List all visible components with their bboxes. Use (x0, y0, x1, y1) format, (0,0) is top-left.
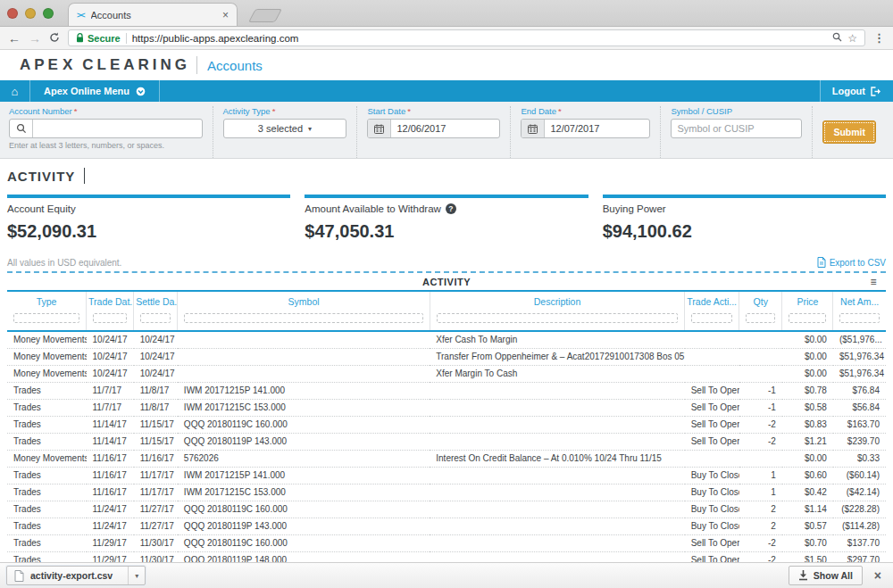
table-cell: 11/8/17 (134, 382, 178, 399)
logout-button[interactable]: Logout (820, 80, 893, 102)
column-filter-input[interactable] (140, 313, 171, 323)
window-minimize-button[interactable] (25, 8, 36, 19)
table-cell (685, 331, 739, 348)
table-cell (739, 331, 782, 348)
help-question-icon[interactable]: ? (446, 203, 456, 214)
refresh-icon[interactable] (49, 32, 60, 45)
symbol-cusip-label: Symbol / CUSIP (671, 106, 802, 116)
end-date-input[interactable] (545, 123, 649, 134)
site-header: APEXCLEARING Accounts (0, 50, 893, 80)
address-bar[interactable]: Secure https://public-apps.apexclearing.… (68, 29, 865, 46)
zoom-search-icon[interactable] (832, 32, 842, 44)
buying-power-label: Buying Power (603, 203, 886, 214)
column-header[interactable]: Price (782, 292, 833, 308)
table-row[interactable]: Money Movements11/16/1711/16/175762026In… (7, 450, 886, 467)
browser-tab[interactable]: >< Accounts × (68, 3, 238, 26)
shelf-close-icon[interactable]: × (874, 568, 881, 583)
table-cell: $0.70 (782, 534, 833, 551)
apex-online-menu-button[interactable]: Apex Online Menu (30, 80, 160, 102)
column-filter-input[interactable] (184, 313, 422, 323)
column-filter-input[interactable] (691, 313, 732, 323)
account-equity-label: Account Equity (7, 203, 290, 214)
column-filter-cell (685, 308, 739, 331)
download-options-caret[interactable]: ▾ (128, 567, 145, 584)
export-to-csv-link[interactable]: Export to CSV (817, 257, 886, 268)
table-row[interactable]: Trades11/24/1711/27/17QQQ 20180119P 143.… (7, 518, 886, 534)
required-asterisk: * (407, 106, 411, 116)
secure-badge[interactable]: Secure (76, 33, 121, 44)
table-cell: $0.00 (782, 450, 833, 467)
window-close-button[interactable] (7, 8, 18, 19)
account-equity-card: Account Equity $52,090.31 (7, 195, 290, 242)
column-filter-input[interactable] (839, 313, 880, 323)
table-row[interactable]: Trades11/14/1711/15/17QQQ 20180119P 143.… (7, 433, 886, 450)
column-filter-row (7, 308, 886, 331)
column-filter-input[interactable] (13, 313, 79, 323)
table-row[interactable]: Money Movements10/24/1710/24/17Xfer Marg… (7, 365, 886, 382)
column-header[interactable]: Description (430, 292, 684, 308)
table-row[interactable]: Trades11/16/1711/17/17IWM 20171215C 153.… (7, 484, 886, 501)
table-row[interactable]: Trades11/29/1711/30/17QQQ 20180119C 160.… (7, 534, 886, 551)
table-cell: $0.00 (782, 365, 833, 382)
table-row[interactable]: Money Movements10/24/1710/24/17Xfer Cash… (7, 331, 886, 348)
column-header[interactable]: Qty (739, 292, 782, 308)
show-all-button[interactable]: Show All (789, 566, 863, 585)
chevron-down-icon: ▾ (308, 125, 312, 133)
page-title: Accounts (207, 58, 263, 73)
symbol-cusip-input[interactable] (672, 123, 801, 134)
activity-type-dropdown[interactable]: 3 selected ▾ (223, 119, 347, 138)
new-tab-button[interactable] (248, 9, 282, 22)
column-header[interactable]: Trade Acti... (685, 292, 739, 308)
column-header[interactable]: Net Am... (833, 292, 886, 308)
column-header[interactable]: Trade Dat... (87, 292, 134, 308)
column-filter-input[interactable] (437, 313, 678, 323)
column-header[interactable]: Symbol (178, 292, 430, 308)
activity-panel-title: ACTIVITY (422, 277, 471, 287)
table-cell: Money Movements (7, 450, 87, 467)
browser-menu-icon[interactable]: ⋮ (873, 31, 885, 45)
lock-icon (76, 33, 84, 43)
calendar-icon[interactable] (368, 120, 391, 137)
table-row[interactable]: Trades11/7/1711/8/17IWM 20171215P 141.00… (7, 382, 886, 399)
table-cell (430, 467, 684, 484)
forward-icon: → (29, 32, 41, 45)
column-header[interactable]: Settle Da... (134, 292, 178, 308)
table-cell: -2 (739, 416, 782, 433)
column-filter-input[interactable] (746, 313, 775, 323)
account-number-input[interactable] (33, 123, 202, 134)
home-icon[interactable]: ⌂ (0, 80, 30, 102)
table-row[interactable]: Trades11/14/1711/15/17QQQ 20180119C 160.… (7, 416, 886, 433)
column-filter-cell (178, 308, 430, 331)
table-cell: Sell To Open (685, 433, 739, 450)
note-row: All values in USD equivalent. Export to … (7, 257, 886, 268)
filter-bar: Account Number* Enter at least 3 letters… (0, 102, 893, 159)
table-cell: $0.00 (782, 348, 833, 365)
table-cell: ($42.14) (833, 484, 886, 501)
column-header[interactable]: Type (7, 292, 87, 308)
tab-close-icon[interactable]: × (222, 10, 229, 21)
calendar-icon[interactable] (522, 120, 545, 137)
start-date-input[interactable] (391, 123, 499, 134)
submit-button[interactable]: Submit (822, 120, 876, 144)
back-icon[interactable]: ← (8, 32, 21, 45)
downloaded-file-chip[interactable]: activity-export.csv ▾ (6, 566, 146, 585)
column-header-row: TypeTrade Dat...Settle Da...SymbolDescri… (7, 292, 886, 308)
table-row[interactable]: Trades11/7/1711/8/17IWM 20171215C 153.00… (7, 399, 886, 416)
table-row[interactable]: Trades11/24/1711/27/17QQQ 20180119C 160.… (7, 501, 886, 518)
apex-clearing-logo: APEXCLEARING (20, 56, 190, 74)
table-cell (178, 365, 430, 382)
bookmark-star-icon[interactable]: ☆ (847, 33, 857, 44)
grid-menu-icon[interactable]: ≡ (870, 276, 877, 288)
table-cell: QQQ 20180119C 160.000 (178, 501, 430, 518)
table-cell: $51,976.34 (833, 348, 886, 365)
window-zoom-button[interactable] (43, 8, 54, 19)
table-cell: $0.78 (782, 382, 833, 399)
table-cell (685, 450, 739, 467)
downloads-bar: activity-export.csv ▾ Show All × (0, 562, 893, 588)
column-filter-input[interactable] (789, 313, 826, 323)
table-row[interactable]: Trades11/16/1711/17/17IWM 20171215P 141.… (7, 467, 886, 484)
table-cell (739, 450, 782, 467)
table-row[interactable]: Money Movements10/24/1710/24/17Transfer … (7, 348, 886, 365)
column-filter-input[interactable] (93, 313, 127, 323)
table-cell (178, 348, 430, 365)
